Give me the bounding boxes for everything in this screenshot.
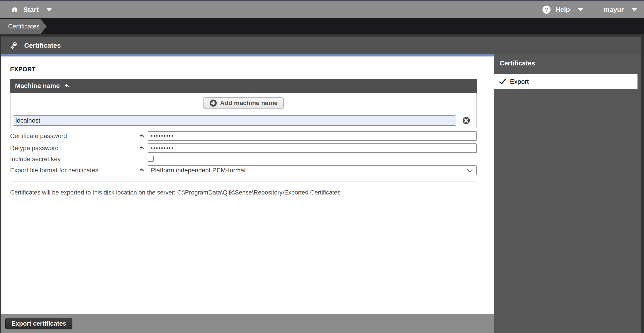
- check-icon: [499, 79, 506, 85]
- add-machine-row: Add machine name: [10, 93, 477, 113]
- plus-circle-icon: [209, 99, 217, 107]
- retype-password-input[interactable]: [148, 144, 477, 153]
- export-panel: EXPORT Machine name: [1, 56, 494, 314]
- retype-password-row: Retype password: [10, 144, 477, 153]
- add-machine-name-label: Add machine name: [220, 100, 278, 107]
- reset-default-icon: [138, 133, 148, 140]
- start-label: Start: [23, 6, 38, 14]
- qmc-certificates-page: Start ? Help mayur Certificates: [0, 0, 644, 333]
- app-frame: Certificates EXPORT Machine name: [0, 34, 644, 333]
- top-bar: Start ? Help mayur: [0, 0, 644, 18]
- certificate-password-input[interactable]: [148, 131, 477, 141]
- user-caret-icon: [632, 8, 637, 12]
- include-secret-key-row: Include secret key: [10, 156, 477, 163]
- help-caret-icon: [578, 8, 584, 12]
- remove-machine-button[interactable]: [462, 117, 470, 124]
- action-bar: Export certificates: [1, 314, 494, 333]
- certificate-password-label: Certificate password: [10, 132, 138, 140]
- key-icon: [9, 41, 18, 50]
- reset-default-icon: [138, 145, 148, 152]
- machine-name-column-label: Machine name: [15, 82, 60, 90]
- add-machine-name-button[interactable]: Add machine name: [203, 97, 284, 109]
- home-icon: [11, 6, 18, 13]
- reset-default-icon: [138, 167, 148, 174]
- sidebar-item-export-label: Export: [510, 78, 529, 86]
- export-format-select[interactable]: Platform independent PEM-format: [148, 166, 477, 175]
- start-caret-icon: [46, 8, 52, 12]
- export-location-info: Certificates will be exported to this di…: [10, 189, 477, 196]
- export-format-value: Platform independent PEM-format: [151, 167, 246, 174]
- sidebar-item-export[interactable]: Export: [494, 74, 638, 89]
- help-label: Help: [556, 6, 570, 14]
- user-name: mayur: [604, 6, 624, 14]
- help-icon: ?: [542, 6, 550, 14]
- export-format-label: Export file format for certificates: [10, 167, 138, 174]
- page-header: Certificates: [1, 36, 641, 54]
- help-menu[interactable]: ? Help: [542, 6, 584, 14]
- export-form: Certificate password Retype password: [10, 131, 477, 175]
- export-format-row: Export file format for certificates Plat…: [10, 166, 477, 175]
- include-secret-key-checkbox[interactable]: [148, 156, 154, 162]
- certificate-password-row: Certificate password: [10, 131, 477, 141]
- start-menu[interactable]: Start: [11, 6, 52, 14]
- accent-strip: [1, 54, 494, 56]
- delete-cross-icon: [462, 117, 470, 124]
- user-menu[interactable]: mayur: [604, 6, 637, 14]
- section-title: EXPORT: [10, 66, 477, 73]
- machine-name-row: [10, 113, 477, 128]
- top-bar-right: ? Help mayur: [542, 6, 637, 14]
- breadcrumb: Certificates: [0, 18, 644, 34]
- content-column: EXPORT Machine name: [1, 54, 494, 333]
- sidebar: Certificates Export: [494, 54, 641, 333]
- machine-name-table: Machine name: [10, 79, 477, 128]
- breadcrumb-tab-label: Certificates: [8, 23, 40, 30]
- divider: [10, 182, 477, 182]
- page-title: Certificates: [24, 42, 61, 49]
- chevron-down-icon: [467, 169, 473, 172]
- export-certificates-button[interactable]: Export certificates: [5, 318, 72, 330]
- retype-password-label: Retype password: [10, 144, 138, 152]
- breadcrumb-tab-certificates[interactable]: Certificates: [0, 19, 46, 34]
- include-secret-key-label: Include secret key: [10, 156, 138, 163]
- machine-name-table-header: Machine name: [10, 79, 477, 93]
- reset-default-icon: [64, 83, 70, 90]
- machine-name-input[interactable]: [13, 116, 456, 126]
- sidebar-title: Certificates: [494, 54, 641, 67]
